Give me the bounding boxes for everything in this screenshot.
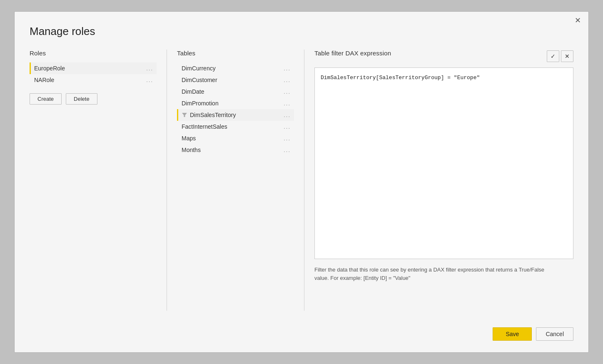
table-item-left: FactInternetSales <box>182 123 227 130</box>
dax-header: Table filter DAX expression <box>314 50 391 57</box>
table-item-label: Months <box>182 147 201 153</box>
manage-roles-dialog: ✕ Manage roles Roles EuropeRole ... NARo… <box>14 11 589 353</box>
table-item[interactable]: DimPromotion ... <box>177 97 294 109</box>
dax-actions: ✓ ✕ <box>547 50 573 62</box>
tables-header: Tables <box>177 50 294 57</box>
role-item[interactable]: EuropeRole ... <box>30 62 157 74</box>
table-item-ellipsis[interactable]: ... <box>284 65 291 72</box>
dax-column: Table filter DAX expression ✓ ✕ Filter t… <box>304 50 573 311</box>
table-item[interactable]: DimCurrency ... <box>177 62 294 74</box>
table-item-label: DimSalesTerritory <box>190 112 236 118</box>
svg-marker-0 <box>182 113 187 117</box>
table-item[interactable]: Months ... <box>177 144 294 156</box>
role-item-ellipsis[interactable]: ... <box>146 77 153 83</box>
table-item-ellipsis[interactable]: ... <box>284 100 291 107</box>
table-item-label: DimCurrency <box>182 65 216 72</box>
create-button[interactable]: Create <box>30 93 62 105</box>
footer-cancel-button[interactable]: Cancel <box>536 327 573 341</box>
dialog-footer: Save Cancel <box>30 322 573 341</box>
roles-column: Roles EuropeRole ... NARole ... Create D… <box>30 50 167 311</box>
dax-help-text: Filter the data that this role can see b… <box>314 266 556 282</box>
dax-expression-input[interactable] <box>314 67 573 259</box>
role-item-label: NARole <box>34 77 54 83</box>
save-button[interactable]: Save <box>493 327 532 341</box>
table-item[interactable]: DimDate ... <box>177 86 294 97</box>
table-item-ellipsis[interactable]: ... <box>284 77 291 83</box>
table-item[interactable]: DimCustomer ... <box>177 74 294 86</box>
roles-list: EuropeRole ... NARole ... <box>30 62 157 86</box>
table-item-left: DimSalesTerritory <box>182 112 236 118</box>
table-item-ellipsis[interactable]: ... <box>284 89 291 95</box>
table-item-label: DimCustomer <box>182 77 217 83</box>
delete-button[interactable]: Delete <box>66 93 97 105</box>
role-item[interactable]: NARole ... <box>30 74 157 86</box>
table-item[interactable]: FactInternetSales ... <box>177 121 294 132</box>
dax-cancel-button[interactable]: ✕ <box>561 50 573 62</box>
tables-column: Tables DimCurrency ... DimCustomer ... D… <box>167 50 304 311</box>
close-button[interactable]: ✕ <box>575 17 581 24</box>
table-item-left: DimDate <box>182 88 204 95</box>
table-item-left: DimCustomer <box>182 77 217 83</box>
table-item-ellipsis[interactable]: ... <box>284 147 291 153</box>
table-item-label: FactInternetSales <box>182 123 227 130</box>
table-item-left: Maps <box>182 135 196 142</box>
role-actions: Create Delete <box>30 93 157 105</box>
role-item-label: EuropeRole <box>34 65 65 72</box>
roles-header: Roles <box>30 50 157 57</box>
table-item-left: Months <box>182 147 201 153</box>
table-item-label: DimPromotion <box>182 100 219 107</box>
table-item-ellipsis[interactable]: ... <box>284 135 291 142</box>
table-item-label: DimDate <box>182 88 204 95</box>
table-item-ellipsis[interactable]: ... <box>284 112 291 118</box>
table-item-ellipsis[interactable]: ... <box>284 124 291 130</box>
dax-confirm-button[interactable]: ✓ <box>547 50 559 62</box>
dax-header-row: Table filter DAX expression ✓ ✕ <box>314 50 573 62</box>
role-item-ellipsis[interactable]: ... <box>146 65 153 72</box>
table-item-left: DimCurrency <box>182 65 216 72</box>
table-item[interactable]: DimSalesTerritory ... <box>177 109 294 121</box>
table-item[interactable]: Maps ... <box>177 132 294 144</box>
dialog-title: Manage roles <box>30 25 573 38</box>
table-item-label: Maps <box>182 135 196 142</box>
table-item-left: DimPromotion <box>182 100 219 107</box>
filter-icon <box>182 112 187 118</box>
tables-list: DimCurrency ... DimCustomer ... DimDate … <box>177 62 294 156</box>
